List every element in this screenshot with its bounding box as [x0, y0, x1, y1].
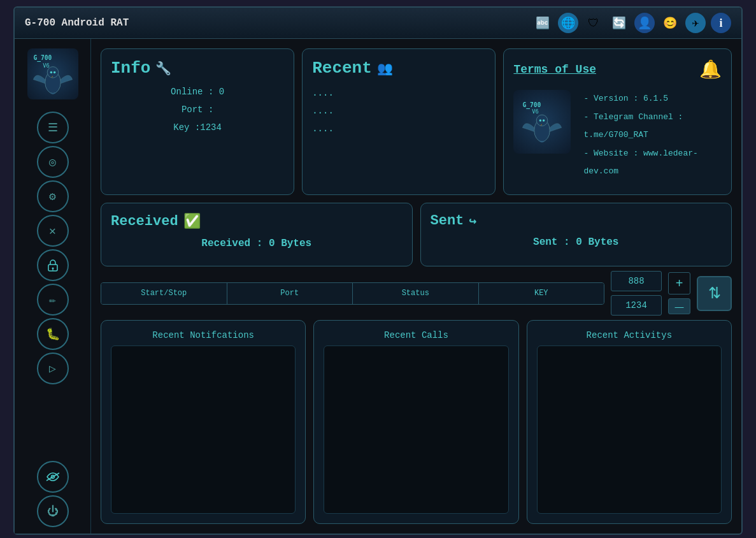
svg-text:V6: V6 [43, 62, 50, 69]
power-button[interactable]: ⏻ [37, 495, 69, 527]
input-group [611, 271, 662, 316]
title-icons: 🔤 🌐 🛡 🔄 👤 😊 ✈ i [532, 13, 731, 33]
bug-button[interactable]: 🐛 [37, 318, 69, 350]
status-cell: Status [353, 283, 479, 304]
key-cell: KEY [479, 283, 604, 304]
logo-area: G_700 V6 [24, 45, 82, 103]
target-button[interactable]: ◎ [37, 146, 69, 178]
key-input[interactable] [611, 295, 662, 316]
add-button[interactable]: + [668, 272, 690, 294]
bell-icon: 🔔 [699, 59, 722, 80]
recent-title: Recent 👥 [312, 59, 485, 78]
terms-content: G_700 V6 [513, 90, 722, 185]
menu-button[interactable]: ☰ [37, 112, 69, 143]
telegram-label: - Telegram Channel : t.me/G700_RAT [583, 108, 722, 145]
port-input[interactable] [611, 271, 662, 291]
received-panel: Received ✅ Received : 0 Bytes [101, 203, 413, 266]
activity-title: Recent Activitys [537, 330, 722, 340]
received-value: Received : 0 Bytes [111, 238, 403, 249]
app-logo: G_700 V6 [27, 48, 78, 99]
arrow-button[interactable]: ▷ [37, 353, 69, 384]
info-icon: 🔧 [155, 61, 171, 76]
data-panels: Received ✅ Received : 0 Bytes Sent ↪ Sen… [101, 203, 732, 266]
recent-item-1: .... .... .... [312, 84, 485, 138]
svg-text:V6: V6 [532, 108, 539, 115]
window-title: G-700 Android RAT [25, 17, 129, 29]
sent-title: Sent ↪ [431, 213, 722, 229]
main-content: Info 🔧 Online : 0 Port : Key :1234 Recen… [91, 39, 741, 534]
settings-button[interactable]: ⚙ [37, 180, 69, 212]
svg-point-5 [53, 71, 55, 74]
pencil-button[interactable]: ✏ [37, 284, 69, 316]
shield-badge-icon[interactable]: 🛡 [583, 13, 604, 33]
top-panels: Info 🔧 Online : 0 Port : Key :1234 Recen… [101, 48, 732, 195]
received-title: Received ✅ [111, 213, 403, 230]
vpn-icon[interactable]: 🌐 [558, 13, 578, 33]
svg-line-10 [46, 473, 59, 481]
main-window: G-700 Android RAT 🔤 🌐 🛡 🔄 👤 😊 ✈ i G_700 … [13, 6, 743, 535]
translate-icon[interactable]: 🔤 [532, 13, 553, 33]
port-status: Port : [111, 101, 284, 119]
sent-panel: Sent ↪ Sent : 0 Bytes [420, 203, 732, 266]
svg-point-4 [50, 71, 52, 74]
check-icon: ✅ [183, 213, 201, 230]
swap-button[interactable]: ⇅ [697, 276, 732, 311]
calls-title: Recent Calls [324, 330, 508, 340]
close-button[interactable]: ✕ [37, 215, 69, 247]
recent-panel: Recent 👥 .... .... .... [302, 48, 496, 195]
face-icon[interactable]: 😊 [660, 13, 680, 33]
website-label: - Website : www.ledear-dev.com [583, 145, 722, 181]
minus-button[interactable]: — [668, 298, 690, 314]
svg-point-16 [543, 119, 545, 122]
notifications-panel: Recent Notifcations [101, 320, 306, 524]
bottom-panels: Recent Notifcations Recent Calls Recent … [101, 320, 732, 524]
info-circle-icon[interactable]: i [711, 13, 731, 33]
notifications-title: Recent Notifcations [111, 330, 296, 340]
svg-point-7 [52, 268, 53, 270]
terms-of-use-link[interactable]: Terms of Use [513, 63, 596, 76]
version-info: - Version : 6.1.5 - Telegram Channel : t… [583, 90, 722, 185]
sidebar: G_700 V6 [15, 39, 91, 534]
recent-icon: 👥 [377, 61, 393, 76]
key-status: Key :1234 [111, 119, 284, 136]
server-controls: Start/Stop Port Status KEY + — ⇅ [101, 274, 732, 312]
activity-content [537, 345, 722, 514]
svg-text:G_700: G_700 [523, 101, 541, 108]
sent-icon: ↪ [469, 213, 476, 229]
action-buttons: + — [668, 272, 690, 314]
calls-panel: Recent Calls [313, 320, 518, 524]
info-title: Info 🔧 [111, 59, 284, 78]
user-circle-icon[interactable]: 👤 [634, 13, 655, 33]
svg-text:G_700: G_700 [33, 54, 52, 62]
lock-button[interactable] [37, 249, 69, 281]
refresh-icon[interactable]: 🔄 [609, 13, 629, 33]
info-panel: Info 🔧 Online : 0 Port : Key :1234 [101, 48, 294, 195]
port-cell: Port [227, 283, 353, 304]
notifications-content [111, 345, 296, 514]
controls-table: Start/Stop Port Status KEY [101, 282, 604, 305]
content-area: G_700 V6 [15, 39, 741, 534]
svg-point-15 [539, 119, 542, 122]
sent-value: Sent : 0 Bytes [431, 236, 722, 248]
terms-logo: G_700 V6 [513, 90, 571, 154]
startstop-cell: Start/Stop [101, 283, 227, 304]
terms-panel: Terms of Use 🔔 G_700 V6 [503, 48, 732, 195]
title-bar: G-700 Android RAT 🔤 🌐 🛡 🔄 👤 😊 ✈ i [15, 8, 741, 39]
version-label: - Version : 6.1.5 [583, 90, 722, 108]
eye-button[interactable] [37, 461, 69, 493]
activity-panel: Recent Activitys [527, 320, 732, 524]
online-status: Online : 0 [111, 83, 284, 101]
calls-content [324, 345, 508, 514]
telegram-icon[interactable]: ✈ [685, 13, 706, 33]
